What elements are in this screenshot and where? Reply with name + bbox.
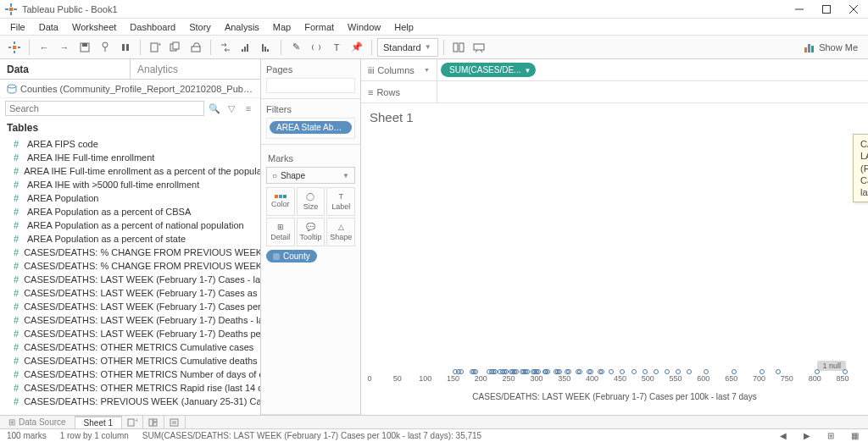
menu-story[interactable]: Story xyxy=(184,20,216,34)
menu-bar: File Data Worksheet Dashboard Story Anal… xyxy=(0,19,868,36)
field-item[interactable]: #AREA IHE Full-time enrollment xyxy=(0,151,260,164)
field-item[interactable]: #CASES/DEATHS: OTHER METRICS Number of d… xyxy=(0,367,260,381)
detail-pill[interactable]: County xyxy=(266,250,317,262)
search-input[interactable] xyxy=(5,101,204,116)
close-button[interactable] xyxy=(848,3,860,15)
field-item[interactable]: #AREA IHE Full-time enrollment as a perc… xyxy=(0,164,260,178)
tab-analytics[interactable]: Analytics xyxy=(130,59,260,79)
undo-button[interactable]: ← xyxy=(35,38,53,57)
field-item[interactable]: #CASES/DEATHS: PREVIOUS WEEK (January 25… xyxy=(0,395,260,408)
field-item[interactable]: #CASES/DEATHS: % CHANGE FROM PREVIOUS WE… xyxy=(0,246,260,259)
menu-icon[interactable]: ≡ xyxy=(242,102,255,115)
duplicate-button[interactable] xyxy=(166,38,185,57)
measure-icon: # xyxy=(14,274,19,285)
status-icon-3[interactable]: ⊞ xyxy=(827,431,837,441)
filter-icon[interactable]: ▽ xyxy=(225,102,238,115)
menu-format[interactable]: Format xyxy=(299,20,339,34)
sort-asc-button[interactable] xyxy=(236,38,255,57)
highlight-button[interactable]: ✎ xyxy=(287,38,305,57)
svg-rect-45 xyxy=(170,419,178,426)
status-icon-1[interactable]: ◀ xyxy=(780,431,790,441)
menu-file[interactable]: File xyxy=(5,20,31,34)
totals-button[interactable]: T xyxy=(327,38,346,57)
measure-icon: # xyxy=(14,180,22,190)
columns-pill[interactable]: SUM(CASES/DE... ▼ xyxy=(441,63,536,77)
marks-color[interactable]: Color xyxy=(266,187,295,216)
show-cards-button[interactable] xyxy=(449,38,468,57)
field-item[interactable]: #CASES/DEATHS: LAST WEEK (February 1-7) … xyxy=(0,300,260,313)
status-icon-4[interactable]: ▦ xyxy=(851,431,861,441)
tab-data[interactable]: Data xyxy=(0,59,130,79)
clear-button[interactable] xyxy=(186,38,205,57)
field-item[interactable]: #CASES/DEATHS: LAST WEEK (February 1-7) … xyxy=(0,327,260,340)
field-item[interactable]: #CASES/DEATHS: OTHER METRICS Cumulative … xyxy=(0,340,260,354)
filters-card: Filters AREA State Abbrevia... xyxy=(261,99,360,145)
presentation-button[interactable] xyxy=(470,38,488,57)
pages-shelf[interactable] xyxy=(266,78,355,93)
new-datasource-button[interactable] xyxy=(96,38,114,57)
window-title: Tableau Public - Book1 xyxy=(22,4,793,14)
sheet-title[interactable]: Sheet 1 xyxy=(361,103,868,131)
pin-button[interactable]: 📌 xyxy=(348,38,366,57)
pause-button[interactable] xyxy=(116,38,135,57)
rows-shelf[interactable]: ≡Rows xyxy=(361,81,868,103)
svg-rect-25 xyxy=(242,49,243,52)
field-item[interactable]: #CASES/DEATHS: % CHANGE FROM PREVIOUS WE… xyxy=(0,259,260,273)
sort-desc-button[interactable] xyxy=(257,38,275,57)
marks-label[interactable]: TLabel xyxy=(326,187,355,216)
tableau-icon[interactable] xyxy=(5,38,24,57)
marks-shape[interactable]: △Shape xyxy=(326,218,355,246)
field-item[interactable]: #CASES/DEATHS: LAST WEEK (February 1-7) … xyxy=(0,273,260,286)
field-item[interactable]: #AREA FIPS code xyxy=(0,137,260,151)
tab-data-source[interactable]: ⊞Data Source xyxy=(0,416,75,428)
datasource-row[interactable]: Counties (Community_Profile_Report_20210… xyxy=(0,80,260,98)
swap-button[interactable] xyxy=(216,38,235,57)
new-dashboard-tab[interactable] xyxy=(143,416,164,428)
group-button[interactable] xyxy=(307,38,326,57)
marks-card: Marks ○Shape ▼ Color ◯Size TLabel ⊞Detai… xyxy=(261,145,360,415)
tab-sheet1[interactable]: Sheet 1 xyxy=(75,416,122,428)
marks-size[interactable]: ◯Size xyxy=(297,187,326,216)
field-item[interactable]: #AREA Population xyxy=(0,191,260,205)
field-item[interactable]: #CASES/DEATHS: OTHER METRICS Cumulative … xyxy=(0,354,260,367)
new-worksheet-tab[interactable]: + xyxy=(122,416,143,428)
menu-dashboard[interactable]: Dashboard xyxy=(125,20,181,34)
search-icon[interactable]: 🔍 xyxy=(208,102,221,115)
field-item[interactable]: #CASES/DEATHS: LAST WEEK (February 1-7) … xyxy=(0,286,260,300)
menu-map[interactable]: Map xyxy=(268,20,296,34)
field-label: CASES/DEATHS: OTHER METRICS Number of da… xyxy=(24,369,260,379)
new-worksheet-button[interactable]: + xyxy=(146,38,164,57)
field-item[interactable]: #CASES/DEATHS: LAST WEEK (February 1-7) … xyxy=(0,313,260,327)
columns-shelf[interactable]: iiiColumns▼ SUM(CASES/DE... ▼ xyxy=(361,59,868,81)
menu-help[interactable]: Help xyxy=(389,20,419,34)
maximize-button[interactable] xyxy=(821,3,832,15)
menu-window[interactable]: Window xyxy=(342,20,386,34)
field-item[interactable]: #AREA Population as a percent of nationa… xyxy=(0,218,260,232)
new-story-tab[interactable] xyxy=(164,416,186,428)
field-item[interactable]: #AREA Population as a percent of state xyxy=(0,232,260,246)
menu-worksheet[interactable]: Worksheet xyxy=(67,20,121,34)
viz-area[interactable]: 1 null 050100150200250300350400450500550… xyxy=(361,131,868,415)
field-item[interactable]: #CASES/DEATHS: OTHER METRICS Rapid rise … xyxy=(0,381,260,395)
fit-dropdown-label: Standard xyxy=(383,42,421,52)
field-item[interactable]: #AREA Population as a percent of CBSA xyxy=(0,205,260,218)
menu-analysis[interactable]: Analysis xyxy=(220,20,264,34)
marks-tooltip[interactable]: 💬Tooltip xyxy=(297,218,326,246)
status-icon-2[interactable]: ▶ xyxy=(804,431,814,441)
redo-button[interactable]: → xyxy=(55,38,74,57)
mark-type-dropdown[interactable]: ○Shape ▼ xyxy=(266,167,355,184)
toolbar: ← → + ✎ T 📌 Standard ▼ Show Me xyxy=(0,36,868,59)
marks-label: Marks xyxy=(268,153,355,163)
sheet-tabs: ⊞Data Source Sheet 1 + xyxy=(0,415,868,428)
svg-rect-23 xyxy=(173,42,179,49)
field-label: AREA IHE with >5000 full-time enrollment xyxy=(27,180,199,190)
axis-tick: 700 xyxy=(753,374,765,383)
save-button[interactable] xyxy=(75,38,94,57)
fit-dropdown[interactable]: Standard ▼ xyxy=(377,38,438,57)
menu-data[interactable]: Data xyxy=(34,20,64,34)
minimize-button[interactable] xyxy=(793,3,805,15)
filter-pill[interactable]: AREA State Abbrevia... xyxy=(270,121,352,134)
marks-detail[interactable]: ⊞Detail xyxy=(266,218,295,246)
field-item[interactable]: #AREA IHE with >5000 full-time enrollmen… xyxy=(0,178,260,191)
show-me-button[interactable]: Show Me xyxy=(798,40,863,55)
